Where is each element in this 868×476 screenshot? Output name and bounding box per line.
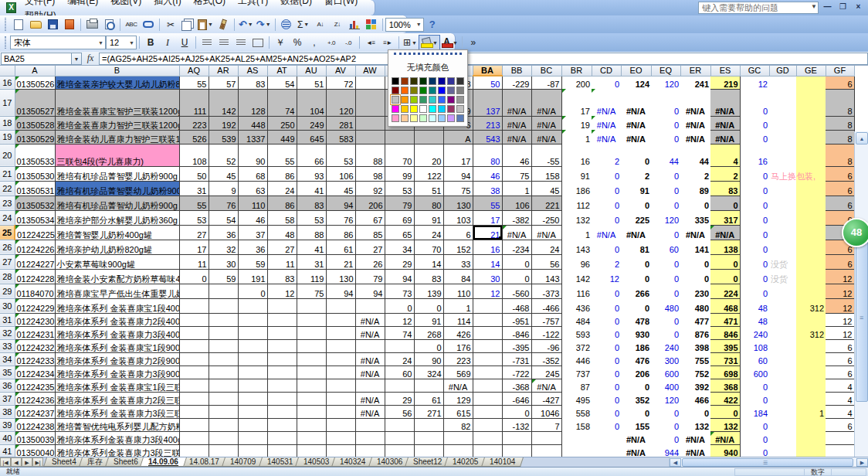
row-header-33[interactable]: 33 [0, 339, 15, 352]
cell-ER17[interactable]: #N/A [680, 89, 710, 116]
cell-AU26[interactable]: 41 [297, 240, 326, 254]
palette-color-swatch[interactable] [447, 105, 455, 113]
cell-BR38[interactable]: 558 [561, 405, 592, 418]
cell-BC16[interactable]: -87 [531, 76, 561, 89]
cell-AZ32[interactable]: 426 [443, 326, 473, 339]
cell-AQ33[interactable] [179, 339, 209, 352]
cell-AV18[interactable]: 281 [326, 116, 355, 130]
insert-function-icon[interactable]: fx [82, 53, 99, 64]
cell-AR18[interactable]: 192 [209, 116, 238, 130]
cell-BA38[interactable] [473, 405, 502, 418]
cell-EO37[interactable]: 352 [621, 392, 651, 405]
cell-BR26[interactable]: 143 [561, 240, 592, 254]
cell-AU40[interactable] [297, 431, 326, 444]
cell-ER32[interactable]: 876 [680, 326, 710, 339]
cell-BR24[interactable]: 132 [561, 210, 592, 225]
cell-B36[interactable]: 雅培亲体系列 金装喜康宝1段三联装12 [55, 379, 179, 392]
dropdown-tearoff-handle[interactable] [394, 53, 462, 58]
cell-GD35[interactable] [769, 366, 796, 379]
cell-AQ21[interactable]: 50 [179, 166, 209, 181]
cell-AT21[interactable]: 86 [267, 166, 297, 181]
research-button[interactable] [140, 17, 157, 32]
cell-AY35[interactable]: 324 [414, 366, 443, 379]
cell-A38[interactable]: 01224237 [15, 405, 55, 418]
cell-A37[interactable]: 01224236 [15, 392, 55, 405]
cell-GC19[interactable]: 0 [740, 130, 769, 144]
cell-EO27[interactable]: 0 [621, 254, 651, 269]
cell-EO16[interactable]: 124 [621, 76, 651, 89]
cell-AU41[interactable] [297, 444, 326, 457]
cell-AZ38[interactable]: 615 [443, 405, 473, 418]
cell-GD30[interactable] [769, 298, 796, 313]
cell-BA19[interactable]: 543 [473, 130, 502, 144]
cell-GD21[interactable]: 马上换包装, [769, 166, 796, 181]
cell-AW41[interactable] [355, 444, 385, 457]
cell-CD24[interactable]: 0 [592, 210, 621, 225]
row-header-37[interactable]: 37 [0, 392, 15, 405]
cell-AR25[interactable]: 36 [209, 225, 238, 240]
palette-color-swatch[interactable] [429, 87, 436, 94]
cell-GD24[interactable] [769, 210, 796, 225]
cell-BR23[interactable]: 112 [561, 196, 592, 210]
cell-AS29[interactable]: 0 [238, 284, 267, 298]
cell-AY23[interactable]: 80 [414, 196, 443, 210]
cell-AR26[interactable]: 32 [209, 240, 238, 254]
cell-CD41[interactable] [592, 444, 621, 457]
cell-BR19[interactable]: 1 [561, 130, 592, 144]
cell-AV27[interactable]: 21 [326, 254, 355, 269]
cell-BR30[interactable]: 436 [561, 298, 592, 313]
scroll-left-icon[interactable]: ◀ [670, 458, 681, 467]
cell-AY28[interactable]: 83 [414, 269, 443, 284]
cell-AW16[interactable] [355, 76, 385, 89]
cell-CD33[interactable]: 0 [592, 339, 621, 352]
cell-B24[interactable]: 雅培亲护部分水解婴儿奶粉360g [55, 210, 179, 225]
cell-AR16[interactable]: 57 [209, 76, 238, 89]
cell-GE27[interactable] [796, 254, 826, 269]
palette-color-swatch[interactable] [429, 96, 436, 104]
cell-CD20[interactable]: 2 [592, 144, 621, 166]
cell-BB36[interactable]: -368 [502, 379, 531, 392]
cell-AT39[interactable] [267, 418, 297, 431]
cell-ES31[interactable]: 471 [710, 313, 740, 326]
cell-AV17[interactable]: 120 [326, 89, 355, 116]
palette-color-swatch[interactable] [447, 114, 455, 122]
cell-GD38[interactable] [769, 405, 796, 418]
cell-GD37[interactable] [769, 392, 796, 405]
cell-CD39[interactable]: 0 [592, 418, 621, 431]
cell-GF33[interactable]: 6 [826, 339, 854, 352]
cell-AT24[interactable]: 58 [267, 210, 297, 225]
cell-ER25[interactable]: #N/A [680, 225, 710, 240]
row-header-16[interactable]: 16 [0, 76, 15, 89]
cell-GE16[interactable] [796, 76, 826, 89]
formula-input[interactable]: =(AG25+AH25+AI25+AJ25+AK25+AL25+AM25+AN2… [99, 53, 868, 65]
cell-AW29[interactable]: 94 [355, 284, 385, 298]
cell-EQ30[interactable]: 480 [651, 298, 680, 313]
cell-GF17[interactable]: 8 [826, 89, 854, 116]
cell-AY38[interactable]: 271 [414, 405, 443, 418]
cell-GD25[interactable] [769, 225, 796, 240]
cell-BC29[interactable]: -373 [531, 284, 561, 298]
cell-AU38[interactable] [297, 405, 326, 418]
cell-GD34[interactable] [769, 352, 796, 366]
cell-BC18[interactable]: #N/A [531, 116, 561, 130]
cell-AT23[interactable]: 86 [267, 196, 297, 210]
cell-GE29[interactable] [796, 284, 826, 298]
cell-AT16[interactable]: 54 [267, 76, 297, 89]
palette-color-swatch[interactable] [456, 96, 464, 104]
cell-BR33[interactable]: 372 [561, 339, 592, 352]
cell-BA27[interactable]: 14 [473, 254, 502, 269]
cell-GF34[interactable]: 6 [826, 352, 854, 366]
print-preview-button[interactable] [100, 17, 117, 32]
cell-GD26[interactable] [769, 240, 796, 254]
cell-ER38[interactable]: 0 [680, 405, 710, 418]
cell-GF28[interactable]: 12 [826, 269, 854, 284]
cell-AV41[interactable] [326, 444, 355, 457]
cell-AY41[interactable] [414, 444, 443, 457]
cell-GD39[interactable] [769, 418, 796, 431]
palette-color-swatch[interactable] [401, 114, 409, 122]
cell-A29[interactable]: 01184070 [15, 284, 55, 298]
cell-ES37[interactable]: 422 [710, 392, 740, 405]
cell-AS24[interactable]: 46 [238, 210, 267, 225]
cell-AX26[interactable]: 34 [385, 240, 414, 254]
cell-ES38[interactable]: 0 [710, 405, 740, 418]
